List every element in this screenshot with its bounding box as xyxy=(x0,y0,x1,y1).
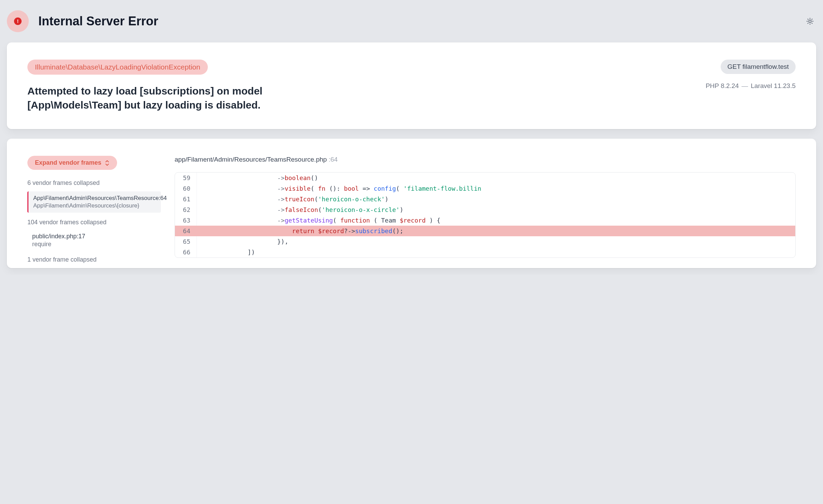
exclamation-icon: ! xyxy=(14,17,22,25)
code-line: 63 ->getStateUsing( function ( Team $rec… xyxy=(175,215,795,226)
line-number: 62 xyxy=(175,204,197,215)
php-version: PHP 8.2.24 xyxy=(706,82,739,89)
framework-version: Laravel 11.23.5 xyxy=(751,82,796,89)
page-header: ! Internal Server Error xyxy=(7,7,816,42)
file-path: app/Filament/Admin/Resources/TeamsResour… xyxy=(175,156,796,163)
header-left: ! Internal Server Error xyxy=(7,10,158,32)
frame-title: public/index.php:17 xyxy=(32,233,156,240)
code-content: return $record?->subscribed(); xyxy=(197,226,403,236)
code-content: }), xyxy=(197,236,288,247)
code-content: ->trueIcon('heroicon-o-check') xyxy=(197,194,389,204)
code-content: ->visible( fn (): bool => config( 'filam… xyxy=(197,183,481,194)
code-content: ->falseIcon('heroicon-o-x-circle') xyxy=(197,204,403,215)
code-line: 60 ->visible( fn (): bool => config( 'fi… xyxy=(175,183,795,194)
line-number: 63 xyxy=(175,215,197,226)
expand-frames-label: Expand vendor frames xyxy=(35,159,101,166)
code-line: 59 ->boolean() xyxy=(175,173,795,183)
code-content: ->getStateUsing( function ( Team $record… xyxy=(197,215,441,226)
code-line: 65 }), xyxy=(175,236,795,247)
code-line-highlight: 64 return $record?->subscribed(); xyxy=(175,226,795,236)
exception-chip: Illuminate\Database\LazyLoadingViolation… xyxy=(27,60,208,75)
error-card: Illuminate\Database\LazyLoadingViolation… xyxy=(7,42,816,129)
stack-frame[interactable]: public/index.php:17 require xyxy=(27,231,161,250)
error-message: Attempted to lazy load [subscriptions] o… xyxy=(27,84,335,112)
svg-line-4 xyxy=(812,23,812,23)
code-line: 66 ]) xyxy=(175,247,795,257)
svg-line-7 xyxy=(808,23,808,23)
collapsed-frames-mid[interactable]: 104 vendor frames collapsed xyxy=(27,219,161,226)
collapsed-frames-bot[interactable]: 1 vendor frame collapsed xyxy=(27,256,161,263)
error-info: Illuminate\Database\LazyLoadingViolation… xyxy=(27,60,335,112)
code-content: ->boolean() xyxy=(197,173,318,183)
stack-frame-active[interactable]: App\Filament\Admin\Resources\TeamsResour… xyxy=(27,191,161,213)
code-box: 59 ->boolean() 60 ->visible( fn (): bool… xyxy=(175,172,796,258)
sun-icon xyxy=(806,17,814,25)
frame-title: App\Filament\Admin\Resources\TeamsResour… xyxy=(33,195,156,202)
page-title: Internal Server Error xyxy=(38,14,158,28)
code-content: ]) xyxy=(197,247,255,257)
svg-line-8 xyxy=(812,19,812,20)
file-line: :64 xyxy=(327,156,338,163)
code-line: 61 ->trueIcon('heroicon-o-check') xyxy=(175,194,795,204)
request-chip: GET filamentflow.test xyxy=(721,60,796,74)
line-number: 66 xyxy=(175,247,197,257)
line-number: 65 xyxy=(175,236,197,247)
env-line: PHP 8.2.24—Laravel 11.23.5 xyxy=(706,82,796,90)
expand-frames-button[interactable]: Expand vendor frames xyxy=(27,156,117,170)
frame-subtitle: App\Filament\Admin\Resources\{closure} xyxy=(33,202,156,209)
file-name: app/Filament/Admin/Resources/TeamsResour… xyxy=(175,156,327,163)
collapsed-frames-top[interactable]: 6 vendor frames collapsed xyxy=(27,179,161,187)
frame-subtitle: require xyxy=(32,241,156,248)
svg-point-0 xyxy=(809,20,811,22)
stack-frames: Expand vendor frames 6 vendor frames col… xyxy=(27,156,161,268)
code-line: 62 ->falseIcon('heroicon-o-x-circle') xyxy=(175,204,795,215)
error-icon: ! xyxy=(7,10,29,32)
theme-toggle-button[interactable] xyxy=(804,15,816,27)
trace-card: Expand vendor frames 6 vendor frames col… xyxy=(7,139,816,268)
line-number: 61 xyxy=(175,194,197,204)
line-number: 60 xyxy=(175,183,197,194)
line-number: 59 xyxy=(175,173,197,183)
chevron-up-down-icon xyxy=(105,160,110,166)
code-panel: app/Filament/Admin/Resources/TeamsResour… xyxy=(175,156,796,268)
request-meta: GET filamentflow.test PHP 8.2.24—Laravel… xyxy=(706,60,796,90)
svg-line-3 xyxy=(808,19,808,20)
line-number: 64 xyxy=(175,226,197,236)
